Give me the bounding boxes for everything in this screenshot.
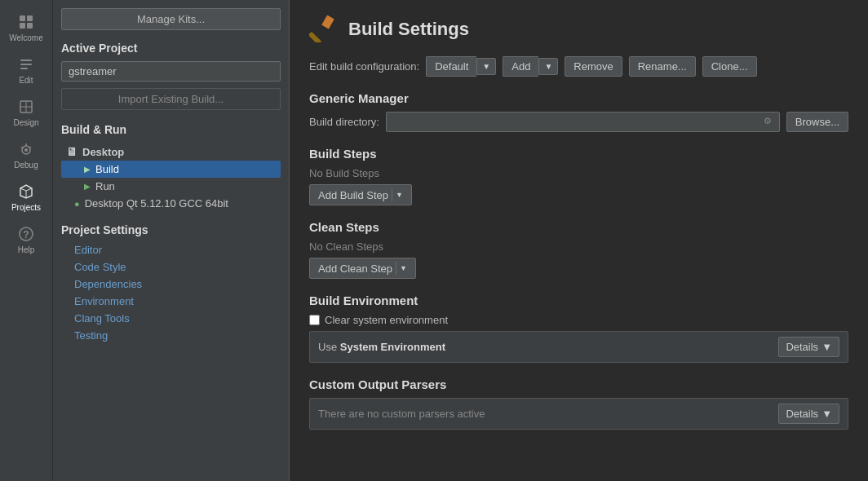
- welcome-label: Welcome: [9, 33, 43, 42]
- sys-env-bold: System Environment: [340, 341, 445, 353]
- generic-manager-section: Generic Manager Build directory: ⚙ Brows…: [309, 91, 848, 132]
- svg-rect-5: [20, 64, 32, 65]
- add-build-step-arrow[interactable]: ▼: [396, 191, 403, 199]
- add-clean-step-separator: [396, 262, 396, 275]
- add-build-step-label: Add Build Step: [318, 189, 388, 201]
- build-dir-input-wrapper: ⚙: [386, 112, 780, 132]
- build-environment-section: Build Environment Clear system environme…: [309, 293, 848, 363]
- svg-rect-0: [20, 15, 25, 21]
- svg-rect-1: [27, 15, 33, 21]
- sidebar-item-welcome[interactable]: Welcome: [0, 7, 52, 49]
- add-build-step-separator: [392, 188, 392, 201]
- edit-label: Edit: [19, 76, 33, 85]
- custom-output-parsers-section: Custom Output Parsers There are no custo…: [309, 377, 848, 430]
- build-env-title: Build Environment: [309, 293, 848, 307]
- add-clean-step-button[interactable]: Add Clean Step ▼: [309, 258, 416, 279]
- desktop-label: Desktop: [82, 146, 124, 158]
- svg-rect-18: [321, 15, 334, 29]
- svg-rect-3: [27, 23, 33, 29]
- design-icon: [17, 98, 35, 116]
- active-project-title: Active Project: [61, 42, 281, 55]
- svg-rect-2: [20, 23, 25, 29]
- svg-rect-4: [20, 60, 32, 61]
- svg-text:?: ?: [23, 229, 29, 240]
- project-dropdown[interactable]: gstreamer: [61, 61, 281, 82]
- manage-kits-button[interactable]: Manage Kits...: [61, 8, 281, 30]
- config-add-split: Add ▼: [503, 56, 558, 77]
- main-content: Build Settings Edit build configuration:…: [290, 0, 868, 481]
- config-default-main[interactable]: Default: [426, 56, 476, 77]
- import-build-button: Import Existing Build...: [61, 88, 281, 110]
- config-default-split: Default ▼: [426, 56, 496, 77]
- build-label: Build: [95, 163, 119, 175]
- clear-sys-env-row: Clear system environment: [309, 314, 848, 326]
- clear-sys-env-checkbox[interactable]: [309, 315, 320, 325]
- monitor-icon: 🖥: [66, 145, 78, 158]
- svg-rect-6: [20, 68, 28, 69]
- custom-output-parsers-title: Custom Output Parsers: [309, 377, 848, 391]
- config-default-arrow[interactable]: ▼: [476, 58, 496, 75]
- tree-item-run[interactable]: ▶ Run: [61, 178, 281, 195]
- config-row: Edit build configuration: Default ▼ Add …: [309, 56, 848, 77]
- sidebar-icons: Welcome Edit Design: [0, 0, 53, 481]
- build-steps-section: Build Steps No Build Steps Add Build Ste…: [309, 147, 848, 205]
- sidebar-item-help[interactable]: ? Help: [0, 218, 52, 261]
- build-dir-label: Build directory:: [309, 116, 379, 128]
- projects-icon: [17, 183, 35, 201]
- tree-item-desktop[interactable]: 🖥 Desktop: [61, 143, 281, 161]
- no-clean-steps-text: No Clean Steps: [309, 240, 848, 253]
- svg-rect-19: [309, 32, 321, 42]
- settings-link-dependencies[interactable]: Dependencies: [61, 276, 281, 293]
- clear-sys-env-label[interactable]: Clear system environment: [309, 314, 448, 326]
- page-title: Build Settings: [348, 19, 469, 40]
- settings-link-testing[interactable]: Testing: [61, 327, 281, 344]
- run-label: Run: [95, 180, 115, 192]
- parsers-details-label: Details: [786, 408, 818, 420]
- settings-link-clangtools[interactable]: Clang Tools: [61, 310, 281, 327]
- add-clean-step-arrow[interactable]: ▼: [400, 264, 407, 272]
- generic-manager-title: Generic Manager: [309, 91, 848, 105]
- sidebar-item-design[interactable]: Design: [0, 91, 52, 134]
- sidebar-item-projects[interactable]: Projects: [0, 176, 52, 218]
- welcome-icon: [17, 13, 35, 31]
- design-label: Design: [13, 118, 38, 127]
- tree-item-qt[interactable]: ● Desktop Qt 5.12.10 GCC 64bit: [61, 195, 281, 212]
- config-remove-button[interactable]: Remove: [565, 56, 622, 77]
- qt-version-label: Desktop Qt 5.12.10 GCC 64bit: [85, 197, 228, 210]
- browse-button[interactable]: Browse...: [786, 112, 848, 132]
- settings-link-codestyle[interactable]: Code Style: [61, 258, 281, 276]
- build-dir-row: Build directory: ⚙ Browse...: [309, 112, 848, 132]
- build-dir-input[interactable]: [386, 112, 780, 132]
- project-settings-title: Project Settings: [61, 223, 281, 236]
- settings-link-environment[interactable]: Environment: [61, 293, 281, 310]
- parsers-details-button[interactable]: Details ▼: [778, 404, 839, 424]
- details-arrow-icon: ▼: [822, 341, 832, 353]
- add-build-step-button[interactable]: Add Build Step ▼: [309, 184, 412, 205]
- sidebar-item-debug[interactable]: Debug: [0, 134, 52, 176]
- config-add-arrow[interactable]: ▼: [538, 58, 558, 75]
- clean-steps-section: Clean Steps No Clean Steps Add Clean Ste…: [309, 220, 848, 279]
- settings-link-editor[interactable]: Editor: [61, 241, 281, 258]
- debug-label: Debug: [14, 161, 38, 170]
- dir-input-icon: ⚙: [764, 115, 775, 129]
- tree-item-build[interactable]: ▶ Build: [61, 161, 281, 178]
- debug-icon: [17, 140, 35, 158]
- hammer-icon: [309, 13, 339, 45]
- details-button[interactable]: Details ▼: [778, 337, 839, 357]
- projects-label: Projects: [11, 203, 41, 212]
- build-settings-header: Build Settings: [309, 13, 848, 45]
- build-steps-title: Build Steps: [309, 147, 848, 161]
- env-info-box: Use System Environment Details ▼: [309, 331, 848, 363]
- help-icon: ?: [17, 225, 35, 243]
- svg-point-14: [24, 148, 28, 152]
- config-clone-button[interactable]: Clone...: [702, 56, 757, 77]
- sidebar-item-edit[interactable]: Edit: [0, 49, 52, 91]
- qt-icon: ●: [74, 199, 80, 209]
- edit-icon: [17, 55, 35, 73]
- config-rename-button[interactable]: Rename...: [629, 56, 696, 77]
- run-tree-icon: ▶: [84, 182, 91, 191]
- build-tree-icon: ▶: [84, 165, 91, 174]
- project-dropdown-row: gstreamer: [61, 61, 281, 82]
- config-add-main[interactable]: Add: [503, 56, 538, 77]
- parsers-box: There are no custom parsers active Detai…: [309, 398, 848, 430]
